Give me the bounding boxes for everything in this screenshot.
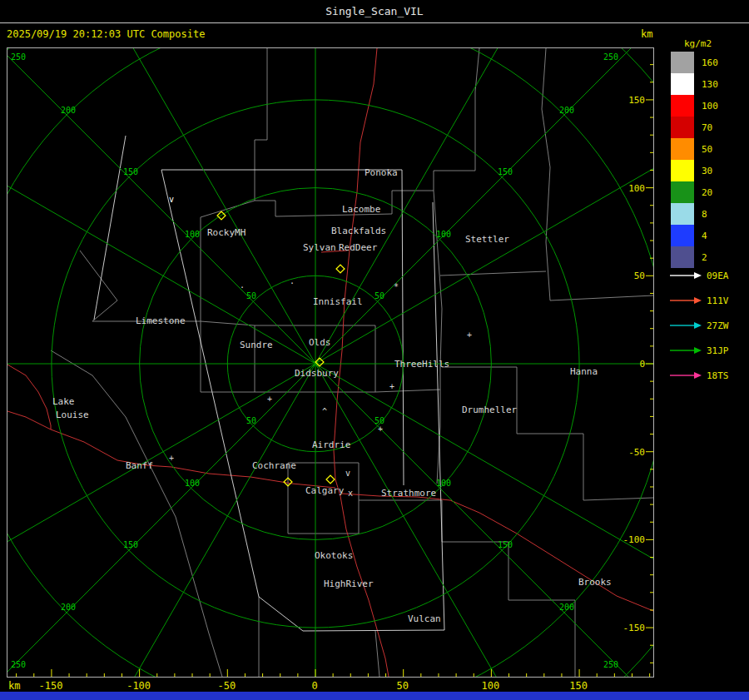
legend-value-label: 130 [702,79,718,90]
bottom-axis-label: 0 [311,680,317,692]
city-label: Blackfalds [331,226,386,236]
highway-line [7,411,335,488]
radar-site-marker [336,265,345,273]
county-boundary [375,390,440,392]
legend-value-label: 8 [702,209,707,220]
storm-track-id: 27ZW [707,320,729,331]
city-label: Sundre [240,340,273,350]
range-ring-label: 100 [185,479,200,488]
city-label: ThreeHills [394,359,449,370]
legend-row: 130 [671,73,718,95]
city-label: Didsbury [295,368,339,379]
legend-color-swatch [671,181,694,203]
legend-row: 20 [671,181,718,203]
storm-track-row: 27ZW [669,313,729,338]
city-label: Lake [52,396,75,407]
right-axis-label: 100 [628,183,645,194]
legend-row: 100 [671,95,718,117]
range-ring-label: 200 [559,106,574,115]
legend-color-swatch [671,160,694,181]
city-label: Louise [56,410,89,420]
legend-color-swatch [671,225,694,246]
range-ring-label: 200 [559,603,574,612]
county-boundary [80,251,117,321]
city-label: Drumheller [462,405,518,415]
point-marker: x [348,489,353,498]
point-marker: * [394,282,399,291]
legend-row: 160 [671,52,718,73]
legend-color-swatch [671,138,694,160]
storm-track-legend: 09EA111V27ZW31JP18TS [669,263,729,388]
point-marker: v [345,469,350,478]
range-ring-label: 250 [11,660,26,669]
range-ring-label: 250 [603,660,618,669]
bottom-axis-label: -50 [217,680,236,692]
legend-color-swatch [671,52,694,73]
scan-timestamp: 2025/09/19 20:12:03 UTC Composite [7,28,205,40]
range-ring-label: 250 [603,52,618,62]
range-ring-label: 100 [185,230,200,239]
legend-color-swatch [671,117,694,138]
bottom-axis-label: 150 [569,680,588,692]
county-boundary [51,350,222,677]
city-label: Limestone [136,315,186,326]
range-ring-label: 50 [374,291,384,300]
legend-value-label: 100 [702,101,718,112]
radar-site-marker [326,475,335,484]
bottom-axis-label: -150 [38,680,62,692]
point-marker: + [267,395,272,404]
city-label: RedDeer [339,242,378,253]
legend-color-swatch [671,73,694,95]
point-marker: v [169,195,174,204]
right-axis-label: -100 [623,534,646,545]
county-boundary [550,295,653,300]
bottom-axis-label: 50 [396,680,408,692]
legend-row: 8 [671,203,718,225]
range-ring-label: 50 [246,291,256,300]
city-label: Calgary [305,485,345,496]
legend-value-label: 160 [702,57,718,68]
range-ring-label: 150 [498,540,513,549]
range-ring-label: 150 [498,167,513,176]
county-boundary [375,631,379,677]
right-axis-label: 50 [634,271,645,281]
radar-map-canvas[interactable]: 5050505010010010010015015015015020020020… [7,48,653,677]
storm-track-arrow-icon [669,320,702,330]
county-boundary [442,367,653,500]
city-label: Okotoks [315,550,353,561]
storm-track-id: 111V [707,295,729,306]
range-ring-label: 200 [61,106,76,115]
right-axis-label: -50 [628,447,645,458]
taskbar-strip[interactable] [0,692,749,700]
city-label: Innisfail [313,296,363,307]
legend-value-label: 50 [702,144,712,155]
scan-coverage-outline [94,136,126,320]
storm-track-arrow-icon [669,271,702,280]
scan-coverage-outline [402,170,404,485]
point-marker: · [290,279,295,288]
city-label: Strathmore [381,488,436,499]
storm-track-arrow-icon [669,345,702,355]
range-ring-label: 200 [61,603,76,612]
city-label: Olds [309,337,331,348]
legend-row: 70 [671,117,718,138]
right-axis-label: 0 [639,359,645,370]
legend-row: 50 [671,138,718,160]
storm-track-arrow-icon [669,370,702,380]
point-marker: + [169,454,174,463]
county-boundary [255,48,275,216]
legend-value-label: 30 [702,166,712,176]
bottom-axis-label: -100 [126,680,151,692]
storm-track-arrow-icon [669,295,702,305]
storm-track-row: 18TS [669,363,729,388]
bottom-axis-label: 100 [482,680,500,692]
point-marker: · [240,283,245,292]
right-axis-label: -150 [623,623,646,633]
legend-row: 30 [671,160,718,181]
storm-track-row: 111V [669,288,729,313]
city-label: Ponoka [365,167,398,178]
city-label: Lacombe [342,204,380,215]
storm-track-row: 31JP [669,338,729,363]
radar-map-area[interactable]: 5050505010010010010015015015015020020020… [7,47,654,678]
legend-value-label: 70 [702,122,712,133]
